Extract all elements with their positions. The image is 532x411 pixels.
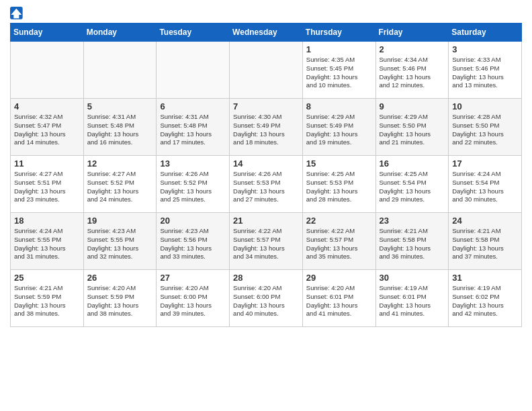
calendar-cell: 5Sunrise: 4:31 AM Sunset: 5:48 PM Daylig… — [83, 99, 157, 156]
day-number: 1 — [306, 44, 372, 54]
cell-info: Sunrise: 4:32 AM Sunset: 5:47 PM Dayligh… — [14, 113, 80, 147]
day-number: 26 — [87, 273, 153, 283]
cell-info: Sunrise: 4:19 AM Sunset: 6:02 PM Dayligh… — [452, 284, 518, 318]
calendar-cell — [157, 42, 230, 99]
calendar-cell: 16Sunrise: 4:25 AM Sunset: 5:54 PM Dayli… — [375, 156, 449, 213]
calendar-header: SundayMondayTuesdayWednesdayThursdayFrid… — [11, 24, 522, 42]
calendar-cell — [11, 42, 84, 99]
calendar-cell: 4Sunrise: 4:32 AM Sunset: 5:47 PM Daylig… — [11, 99, 84, 156]
day-header-saturday: Saturday — [449, 24, 522, 42]
calendar-cell: 7Sunrise: 4:30 AM Sunset: 5:49 PM Daylig… — [230, 99, 303, 156]
day-number: 10 — [452, 101, 518, 111]
cell-info: Sunrise: 4:20 AM Sunset: 6:01 PM Dayligh… — [306, 284, 372, 318]
cell-info: Sunrise: 4:20 AM Sunset: 6:00 PM Dayligh… — [233, 284, 299, 318]
cell-info: Sunrise: 4:22 AM Sunset: 5:57 PM Dayligh… — [233, 227, 299, 261]
day-header-friday: Friday — [375, 24, 449, 42]
calendar-cell: 12Sunrise: 4:27 AM Sunset: 5:52 PM Dayli… — [83, 156, 157, 213]
week-row-3: 18Sunrise: 4:24 AM Sunset: 5:55 PM Dayli… — [11, 213, 522, 270]
calendar-cell: 2Sunrise: 4:34 AM Sunset: 5:46 PM Daylig… — [375, 42, 449, 99]
cell-info: Sunrise: 4:30 AM Sunset: 5:49 PM Dayligh… — [233, 113, 299, 147]
calendar-cell: 22Sunrise: 4:22 AM Sunset: 5:57 PM Dayli… — [302, 213, 375, 270]
cell-info: Sunrise: 4:21 AM Sunset: 5:59 PM Dayligh… — [14, 284, 80, 318]
day-number: 8 — [306, 101, 372, 111]
day-number: 24 — [452, 216, 518, 226]
day-number: 9 — [380, 101, 445, 111]
cell-info: Sunrise: 4:35 AM Sunset: 5:45 PM Dayligh… — [306, 56, 372, 90]
day-number: 6 — [160, 101, 226, 111]
day-number: 29 — [306, 273, 372, 283]
calendar-cell: 27Sunrise: 4:20 AM Sunset: 6:00 PM Dayli… — [157, 270, 230, 327]
cell-info: Sunrise: 4:28 AM Sunset: 5:50 PM Dayligh… — [452, 113, 518, 147]
week-row-2: 11Sunrise: 4:27 AM Sunset: 5:51 PM Dayli… — [11, 156, 522, 213]
calendar-table: SundayMondayTuesdayWednesdayThursdayFrid… — [10, 23, 522, 327]
day-number: 25 — [14, 273, 80, 283]
week-row-0: 1Sunrise: 4:35 AM Sunset: 5:45 PM Daylig… — [11, 42, 522, 99]
cell-info: Sunrise: 4:27 AM Sunset: 5:51 PM Dayligh… — [14, 170, 80, 204]
calendar-cell: 29Sunrise: 4:20 AM Sunset: 6:01 PM Dayli… — [302, 270, 375, 327]
calendar-cell: 20Sunrise: 4:23 AM Sunset: 5:56 PM Dayli… — [157, 213, 230, 270]
calendar-cell: 25Sunrise: 4:21 AM Sunset: 5:59 PM Dayli… — [11, 270, 84, 327]
day-number: 15 — [306, 158, 372, 169]
calendar-cell: 28Sunrise: 4:20 AM Sunset: 6:00 PM Dayli… — [230, 270, 303, 327]
day-number: 21 — [233, 216, 299, 226]
day-number: 5 — [87, 101, 153, 111]
calendar-cell: 8Sunrise: 4:29 AM Sunset: 5:49 PM Daylig… — [302, 99, 375, 156]
calendar-cell: 13Sunrise: 4:26 AM Sunset: 5:52 PM Dayli… — [157, 156, 230, 213]
calendar-cell: 17Sunrise: 4:24 AM Sunset: 5:54 PM Dayli… — [449, 156, 522, 213]
day-header-wednesday: Wednesday — [230, 24, 303, 42]
calendar-cell: 30Sunrise: 4:19 AM Sunset: 6:01 PM Dayli… — [375, 270, 449, 327]
day-number: 13 — [160, 158, 226, 169]
day-number: 18 — [14, 216, 80, 226]
day-number: 4 — [14, 101, 80, 111]
calendar-cell: 15Sunrise: 4:25 AM Sunset: 5:53 PM Dayli… — [302, 156, 375, 213]
day-header-tuesday: Tuesday — [157, 24, 230, 42]
cell-info: Sunrise: 4:24 AM Sunset: 5:55 PM Dayligh… — [14, 227, 80, 261]
cell-info: Sunrise: 4:20 AM Sunset: 5:59 PM Dayligh… — [87, 284, 153, 318]
calendar-body: 1Sunrise: 4:35 AM Sunset: 5:45 PM Daylig… — [11, 42, 522, 327]
cell-info: Sunrise: 4:20 AM Sunset: 6:00 PM Dayligh… — [160, 284, 226, 318]
day-number: 20 — [160, 216, 226, 226]
cell-info: Sunrise: 4:31 AM Sunset: 5:48 PM Dayligh… — [160, 113, 226, 147]
day-number: 2 — [380, 44, 445, 54]
day-number: 3 — [452, 44, 518, 54]
day-number: 23 — [380, 216, 445, 226]
cell-info: Sunrise: 4:24 AM Sunset: 5:54 PM Dayligh… — [452, 170, 518, 204]
calendar-cell: 26Sunrise: 4:20 AM Sunset: 5:59 PM Dayli… — [83, 270, 157, 327]
cell-info: Sunrise: 4:26 AM Sunset: 5:52 PM Dayligh… — [160, 170, 226, 204]
header — [10, 7, 522, 20]
cell-info: Sunrise: 4:29 AM Sunset: 5:49 PM Dayligh… — [306, 113, 372, 147]
day-number: 28 — [233, 273, 299, 283]
cell-info: Sunrise: 4:21 AM Sunset: 5:58 PM Dayligh… — [380, 227, 445, 261]
cell-info: Sunrise: 4:22 AM Sunset: 5:57 PM Dayligh… — [306, 227, 372, 261]
calendar-cell: 23Sunrise: 4:21 AM Sunset: 5:58 PM Dayli… — [375, 213, 449, 270]
day-number: 17 — [452, 158, 518, 169]
day-number: 19 — [87, 216, 153, 226]
calendar-cell: 6Sunrise: 4:31 AM Sunset: 5:48 PM Daylig… — [157, 99, 230, 156]
calendar-cell: 3Sunrise: 4:33 AM Sunset: 5:46 PM Daylig… — [449, 42, 522, 99]
day-number: 11 — [14, 158, 80, 169]
logo-icon — [10, 7, 24, 20]
calendar-cell — [83, 42, 157, 99]
calendar-cell: 9Sunrise: 4:29 AM Sunset: 5:50 PM Daylig… — [375, 99, 449, 156]
day-header-thursday: Thursday — [302, 24, 375, 42]
calendar-cell: 18Sunrise: 4:24 AM Sunset: 5:55 PM Dayli… — [11, 213, 84, 270]
week-row-1: 4Sunrise: 4:32 AM Sunset: 5:47 PM Daylig… — [11, 99, 522, 156]
header-row: SundayMondayTuesdayWednesdayThursdayFrid… — [11, 24, 522, 42]
calendar-cell: 24Sunrise: 4:21 AM Sunset: 5:58 PM Dayli… — [449, 213, 522, 270]
week-row-4: 25Sunrise: 4:21 AM Sunset: 5:59 PM Dayli… — [11, 270, 522, 327]
cell-info: Sunrise: 4:29 AM Sunset: 5:50 PM Dayligh… — [380, 113, 445, 147]
cell-info: Sunrise: 4:27 AM Sunset: 5:52 PM Dayligh… — [87, 170, 153, 204]
calendar-cell: 14Sunrise: 4:26 AM Sunset: 5:53 PM Dayli… — [230, 156, 303, 213]
calendar-cell — [230, 42, 303, 99]
day-header-monday: Monday — [83, 24, 157, 42]
day-number: 16 — [380, 158, 445, 169]
cell-info: Sunrise: 4:25 AM Sunset: 5:54 PM Dayligh… — [380, 170, 445, 204]
day-number: 22 — [306, 216, 372, 226]
calendar-cell: 11Sunrise: 4:27 AM Sunset: 5:51 PM Dayli… — [11, 156, 84, 213]
calendar-cell: 19Sunrise: 4:23 AM Sunset: 5:55 PM Dayli… — [83, 213, 157, 270]
cell-info: Sunrise: 4:33 AM Sunset: 5:46 PM Dayligh… — [452, 56, 518, 90]
calendar-cell: 1Sunrise: 4:35 AM Sunset: 5:45 PM Daylig… — [302, 42, 375, 99]
calendar-cell: 21Sunrise: 4:22 AM Sunset: 5:57 PM Dayli… — [230, 213, 303, 270]
cell-info: Sunrise: 4:25 AM Sunset: 5:53 PM Dayligh… — [306, 170, 372, 204]
calendar-cell: 31Sunrise: 4:19 AM Sunset: 6:02 PM Dayli… — [449, 270, 522, 327]
